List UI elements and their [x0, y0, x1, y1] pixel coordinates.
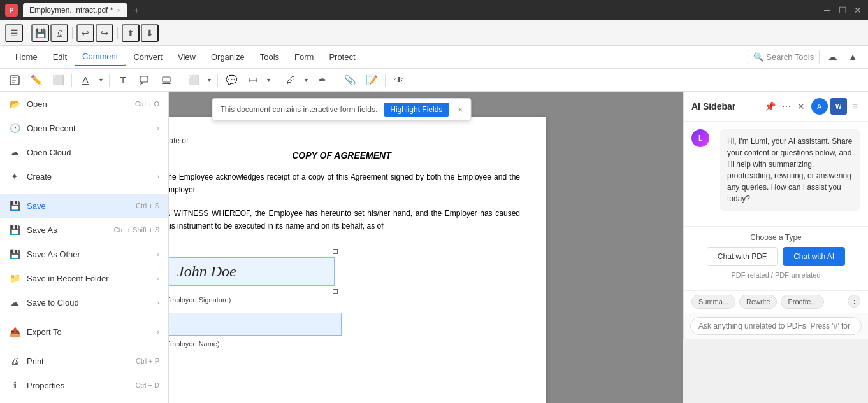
- save-as-label: Save As: [27, 225, 57, 235]
- cloud-btn[interactable]: ☁: [825, 48, 840, 66]
- word-avatar: W: [830, 98, 847, 115]
- menu-item-save[interactable]: 💾 Save Ctrl + S: [0, 194, 168, 218]
- close-btn[interactable]: ✕: [853, 5, 863, 15]
- export-arrow: ›: [157, 328, 159, 336]
- user-avatar: A: [811, 98, 828, 115]
- print-btn[interactable]: 🖨: [50, 24, 68, 42]
- undo-btn[interactable]: ↩: [76, 24, 94, 42]
- save-icon: 💾: [9, 200, 20, 211]
- menu-comment[interactable]: Comment: [75, 48, 126, 66]
- menu-item-properties[interactable]: ℹ Properties Ctrl + D: [0, 373, 168, 397]
- active-tab[interactable]: Employmen...ntract.pdf * ×: [23, 3, 127, 17]
- print-icon: 🖨: [9, 355, 20, 367]
- text-btn[interactable]: T: [113, 71, 133, 89]
- stamp2-arrow[interactable]: ▾: [301, 71, 310, 89]
- chat-pdf-btn[interactable]: Chat with PDF: [707, 247, 778, 266]
- menu-item-open-cloud[interactable]: ☁ Open Cloud: [0, 140, 168, 164]
- ai-input-field[interactable]: [690, 317, 862, 335]
- highlight-fields-btn[interactable]: Highlight Fields: [384, 103, 449, 117]
- ai-avatars: A W ≡: [811, 98, 860, 115]
- separator: [27, 27, 27, 39]
- menu-organize[interactable]: Organize: [203, 48, 252, 66]
- attach-btn[interactable]: 📎: [340, 71, 359, 89]
- upload-btn[interactable]: ⬆: [122, 24, 140, 42]
- ai-input-area: [684, 313, 868, 339]
- menu-item-print[interactable]: 🖨 Print Ctrl + P: [0, 349, 168, 373]
- menu-item-create[interactable]: ✦ Create ›: [0, 164, 168, 188]
- menu-protect[interactable]: Protect: [321, 48, 363, 66]
- callout-btn[interactable]: [135, 71, 154, 89]
- ai-close-btn[interactable]: ✕: [796, 100, 806, 113]
- maximize-btn[interactable]: ☐: [837, 5, 848, 15]
- menu-item-save-cloud[interactable]: ☁ Save to Cloud ›: [0, 290, 168, 315]
- ai-pin-btn[interactable]: 📌: [763, 100, 777, 113]
- search-tools-btn[interactable]: 🔍 Search Tools: [748, 50, 820, 64]
- eraser-tool-btn[interactable]: ⬜: [48, 71, 68, 89]
- menu-view[interactable]: View: [170, 48, 203, 66]
- rect-arrow[interactable]: ▾: [205, 71, 213, 89]
- suggest-rewrite-btn[interactable]: Rewrite: [739, 295, 777, 309]
- ai-sub-label: PDF-related / PDF-unrelated: [691, 271, 860, 279]
- save-recent-icon: 📁: [9, 272, 20, 284]
- select-tool-btn[interactable]: [5, 71, 24, 89]
- pen-tool-btn[interactable]: ✏️: [27, 71, 46, 89]
- notif-close-btn[interactable]: ×: [458, 104, 463, 115]
- save-btn[interactable]: 💾: [31, 24, 49, 42]
- employee-name-field[interactable]: [163, 313, 342, 336]
- menu-edit[interactable]: Edit: [45, 48, 75, 66]
- minimize-btn[interactable]: ─: [822, 5, 832, 15]
- menu-item-save-recent[interactable]: 📁 Save in Recent Folder ›: [0, 266, 168, 290]
- sticky-btn[interactable]: 📝: [362, 71, 381, 89]
- suggest-proofread-btn[interactable]: Proofre...: [781, 295, 823, 309]
- save-as-icon: 💾: [9, 224, 20, 236]
- save-cloud-icon: ☁: [9, 297, 20, 308]
- draw-btn[interactable]: ✒: [313, 71, 332, 89]
- menu-item-open-recent[interactable]: 🕐 Open Recent ›: [0, 116, 168, 140]
- stamp2-btn[interactable]: 🖊: [281, 71, 300, 89]
- sep7: [385, 74, 386, 87]
- chat-ai-btn[interactable]: Chat with AI: [783, 247, 845, 266]
- ai-more-btn[interactable]: ⋯: [781, 100, 792, 113]
- menubar: Home Edit Comment Convert View Organize …: [0, 46, 868, 69]
- stamp-btn[interactable]: [157, 71, 176, 89]
- ai-suggestions: Summa... Rewrite Proofre... ⋮: [684, 290, 868, 313]
- underline-btn[interactable]: A: [76, 71, 95, 89]
- menu-item-save-as-other[interactable]: 💾 Save As Other ›: [0, 242, 168, 266]
- menu-convert[interactable]: Convert: [126, 48, 170, 66]
- collapse-btn[interactable]: ▲: [845, 49, 860, 66]
- suggest-more-btn[interactable]: ⋮: [848, 295, 860, 308]
- suggest-summarize-btn[interactable]: Summa...: [691, 295, 735, 309]
- resize-handle-tr[interactable]: [333, 249, 338, 254]
- resize-handle-br[interactable]: [333, 289, 338, 294]
- svg-rect-5: [162, 83, 171, 84]
- menu-item-open[interactable]: 📂 Open Ctrl + O: [0, 92, 168, 116]
- tab-close-btn[interactable]: ×: [117, 6, 120, 14]
- menu-form[interactable]: Form: [287, 48, 321, 66]
- lumi-avatar: L: [691, 129, 709, 147]
- open-recent-arrow: ›: [157, 124, 159, 132]
- sep2: [109, 74, 110, 87]
- save-cloud-arrow: ›: [157, 299, 159, 306]
- signature-image[interactable]: John Doe: [163, 257, 335, 286]
- underline-group: A ▾: [76, 71, 105, 89]
- ai-bubble: Hi, I'm Lumi, your AI assistant. Share y…: [720, 129, 860, 211]
- settings-icon[interactable]: ≡: [850, 98, 860, 115]
- measure-btn[interactable]: [243, 71, 263, 89]
- hamburger-menu-btn[interactable]: ☰: [5, 24, 23, 42]
- underline-arrow[interactable]: ▾: [96, 71, 105, 89]
- rect-btn[interactable]: ⬜: [184, 71, 203, 89]
- menu-tools[interactable]: Tools: [252, 48, 287, 66]
- notification-bar: This document contains interactive form …: [212, 98, 471, 121]
- bubble-btn[interactable]: 💬: [222, 71, 241, 89]
- measure-arrow[interactable]: ▾: [264, 71, 273, 89]
- sep4: [217, 74, 218, 87]
- redo-btn[interactable]: ↪: [96, 24, 113, 42]
- download-btn[interactable]: ⬇: [141, 24, 159, 42]
- save-recent-arrow: ›: [157, 274, 159, 282]
- state-of-text: state of: [163, 136, 520, 145]
- menu-item-export[interactable]: 📤 Export To ›: [0, 320, 168, 344]
- menu-item-save-as[interactable]: 💾 Save As Ctrl + Shift + S: [0, 218, 168, 242]
- new-tab-btn[interactable]: +: [129, 3, 144, 18]
- menu-home[interactable]: Home: [8, 48, 45, 66]
- eye-btn[interactable]: 👁: [389, 71, 409, 89]
